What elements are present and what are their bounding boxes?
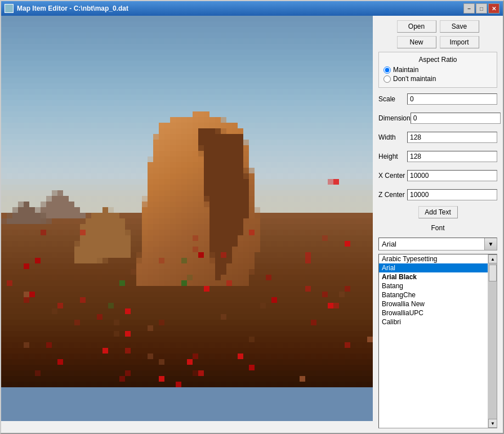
scale-input[interactable]: [407, 93, 497, 105]
font-input[interactable]: [379, 238, 484, 250]
right-panel: Open Save New Import Aspect Ratio Mainta…: [373, 16, 503, 433]
scrollbar: ▲ ▼: [488, 254, 497, 428]
add-text-button[interactable]: Add Text: [418, 206, 458, 218]
scale-label: Scale: [378, 95, 407, 103]
save-button[interactable]: Save: [440, 20, 479, 33]
font-list-inner: Arabic TypesettingArialArial BlackBatang…: [379, 254, 497, 428]
dimension-label: Dimension: [378, 114, 411, 122]
title-bar-left: Map Item Editor - C:\nbt\map_0.dat: [5, 4, 128, 13]
width-label: Width: [378, 133, 407, 141]
font-list-item[interactable]: BrowalliaUPC: [379, 308, 488, 317]
new-import-row: New Import: [378, 36, 497, 48]
new-button[interactable]: New: [397, 36, 436, 48]
font-list-item[interactable]: Calibri: [379, 317, 488, 326]
zcenter-row: Z Center: [378, 189, 497, 200]
open-button[interactable]: Open: [397, 20, 436, 33]
xcenter-label: X Center: [378, 172, 407, 180]
font-list: Arabic TypesettingArialArial BlackBatang…: [378, 254, 497, 428]
scroll-track: [488, 263, 497, 419]
font-label: Font: [378, 224, 497, 232]
close-button[interactable]: ✕: [488, 3, 499, 14]
font-list-item[interactable]: Arial: [379, 263, 488, 272]
zcenter-input[interactable]: [407, 189, 497, 200]
height-label: Height: [378, 153, 407, 160]
aspect-ratio-group: Aspect Ratio Maintain Don't maintain: [378, 52, 497, 88]
scroll-up-button[interactable]: ▲: [488, 254, 497, 263]
aspect-ratio-label: Aspect Ratio: [383, 56, 492, 64]
maintain-label: Maintain: [393, 66, 418, 74]
font-dropdown-button[interactable]: ▼: [484, 238, 497, 250]
zcenter-label: Z Center: [378, 191, 407, 199]
maintain-radio[interactable]: [383, 66, 391, 74]
minimize-button[interactable]: –: [463, 3, 475, 14]
main-window: Map Item Editor - C:\nbt\map_0.dat – □ ✕…: [0, 0, 504, 434]
content-area: Open Save New Import Aspect Ratio Mainta…: [1, 16, 503, 433]
maximize-button[interactable]: □: [476, 3, 487, 14]
map-canvas: [1, 16, 373, 387]
font-list-item[interactable]: Batang: [379, 281, 488, 290]
dimension-row: Dimension: [378, 113, 497, 124]
font-list-item[interactable]: Arial Black: [379, 272, 488, 281]
canvas-area: [1, 16, 373, 421]
add-text-row: Add Text: [378, 206, 497, 218]
dimension-input[interactable]: [411, 113, 501, 124]
title-bar: Map Item Editor - C:\nbt\map_0.dat – □ ✕: [1, 1, 503, 16]
width-input[interactable]: [407, 132, 497, 143]
import-button[interactable]: Import: [440, 36, 479, 48]
xcenter-row: X Center: [378, 170, 497, 181]
font-list-items[interactable]: Arabic TypesettingArialArial BlackBatang…: [379, 254, 488, 428]
title-controls: – □ ✕: [463, 3, 499, 14]
font-list-item[interactable]: Arabic Typesetting: [379, 254, 488, 263]
font-selector[interactable]: ▼: [378, 238, 497, 250]
dont-maintain-radio[interactable]: [383, 75, 391, 83]
xcenter-input[interactable]: [407, 170, 497, 181]
scroll-down-button[interactable]: ▼: [488, 419, 497, 428]
window-title: Map Item Editor - C:\nbt\map_0.dat: [17, 5, 128, 12]
scroll-thumb[interactable]: [489, 265, 497, 281]
dont-maintain-label: Don't maintain: [393, 75, 436, 83]
height-row: Height: [378, 151, 497, 162]
font-list-item[interactable]: BatangChe: [379, 290, 488, 299]
height-input[interactable]: [407, 151, 497, 162]
maintain-radio-row: Maintain: [383, 66, 492, 74]
font-list-item[interactable]: Browallia New: [379, 299, 488, 308]
open-save-row: Open Save: [378, 20, 497, 33]
dont-maintain-radio-row: Don't maintain: [383, 75, 492, 83]
width-row: Width: [378, 132, 497, 143]
app-icon: [5, 4, 14, 13]
scale-row: Scale: [378, 93, 497, 105]
